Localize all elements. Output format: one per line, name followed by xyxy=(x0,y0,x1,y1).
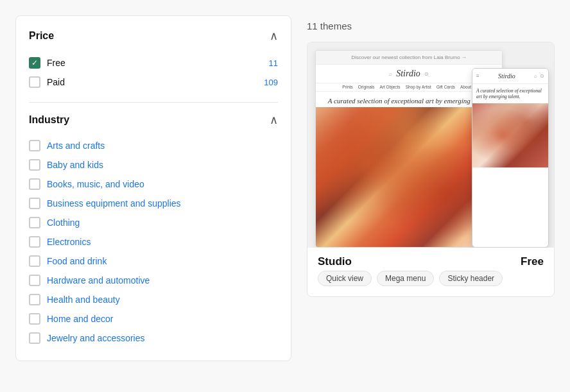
theme-preview: Discover our newest collection from Laia… xyxy=(307,42,554,248)
mobile-art-image xyxy=(472,103,548,167)
sidebar: Price ∧ Free 11 Paid 109 xyxy=(15,15,291,377)
industry-item-label: Health and beauty xyxy=(47,294,120,305)
list-item[interactable]: Arts and crafts xyxy=(29,136,278,155)
theme-price: Free xyxy=(521,255,544,268)
industry-item-label: Jewelry and accessories xyxy=(47,333,145,343)
tag-sticky-header: Sticky header xyxy=(439,271,503,286)
price-options: Free 11 Paid 109 xyxy=(29,53,278,92)
mobile-logo: Stirdio xyxy=(482,72,531,80)
cart-icon: ⊙ xyxy=(424,71,429,77)
price-filter-header[interactable]: Price ∧ xyxy=(29,29,278,43)
industry-item-label: Books, music, and video xyxy=(47,179,144,189)
industry-item-label: Arts and crafts xyxy=(47,141,105,151)
preview-bar: Discover our newest collection from Laia… xyxy=(316,51,502,65)
electronics-checkbox[interactable] xyxy=(29,236,40,248)
list-item[interactable]: Jewelry and accessories xyxy=(29,328,278,348)
nav-link-prints: Prints xyxy=(342,85,353,90)
list-item[interactable]: Books, music, and video xyxy=(29,175,278,194)
mobile-search-icon: ⌕ xyxy=(534,73,537,79)
books-checkbox[interactable] xyxy=(29,178,40,190)
list-item[interactable]: Hardware and automotive xyxy=(29,271,278,290)
free-count: 11 xyxy=(269,58,278,68)
mobile-menu-icon: ≡ xyxy=(476,73,479,79)
nav-link-art: Art Objects xyxy=(379,85,400,90)
arts-crafts-checkbox[interactable] xyxy=(29,140,40,151)
home-decor-checkbox[interactable] xyxy=(29,313,40,325)
tag-quick-view: Quick view xyxy=(318,271,372,286)
nav-link-originals: Originals xyxy=(358,85,375,90)
industry-item-label: Home and decor xyxy=(47,314,114,324)
baby-kids-checkbox[interactable] xyxy=(29,159,40,171)
industry-chevron-icon: ∧ xyxy=(270,113,278,127)
business-checkbox[interactable] xyxy=(29,198,40,209)
mobile-headline: A curated selection of exceptional art b… xyxy=(472,84,548,103)
price-chevron-icon: ∧ xyxy=(270,29,278,43)
industry-item-label: Electronics xyxy=(47,237,91,247)
section-divider xyxy=(29,102,278,103)
theme-card: Discover our newest collection from Laia… xyxy=(307,42,555,297)
list-item[interactable]: Clothing xyxy=(29,213,278,232)
theme-tags: Quick view Mega menu Sticky header xyxy=(307,271,554,286)
list-item[interactable]: Business equipment and supplies xyxy=(29,194,278,213)
industry-item-label: Hardware and automotive xyxy=(47,275,150,285)
preview-bar-text: Discover our newest collection from Laia… xyxy=(351,55,467,60)
industry-list: Arts and crafts Baby and kids Books, mus… xyxy=(29,136,278,348)
paid-checkbox[interactable] xyxy=(29,76,40,88)
free-checkbox[interactable] xyxy=(29,57,40,69)
theme-info: Studio Free xyxy=(307,248,554,271)
preview-logo: Stirdio xyxy=(396,69,420,79)
industry-item-label: Food and drink xyxy=(47,256,107,266)
list-item[interactable]: Food and drink xyxy=(29,251,278,271)
clothing-checkbox[interactable] xyxy=(29,217,40,228)
health-checkbox[interactable] xyxy=(29,294,40,305)
mobile-preview: ≡ Stirdio ⌕ ⊙ A curated selection of exc… xyxy=(472,68,549,248)
main-content: 11 themes Discover our newest collection… xyxy=(307,15,555,377)
industry-item-label: Baby and kids xyxy=(47,160,103,170)
tag-mega-menu: Mega menu xyxy=(377,271,434,286)
price-filter-title: Price xyxy=(29,30,54,42)
industry-item-label: Clothing xyxy=(47,217,80,228)
paid-label: Paid xyxy=(47,77,65,87)
industry-section: Industry ∧ Arts and crafts Baby and kids… xyxy=(29,113,278,348)
list-item[interactable]: Baby and kids xyxy=(29,155,278,175)
paid-count: 109 xyxy=(264,78,278,87)
price-free-row: Free 11 xyxy=(29,53,278,72)
list-item[interactable]: Home and decor xyxy=(29,309,278,328)
mobile-cart-icon: ⊙ xyxy=(540,73,544,79)
list-item[interactable]: Electronics xyxy=(29,232,278,251)
price-paid-row: Paid 109 xyxy=(29,72,278,92)
industry-item-label: Business equipment and supplies xyxy=(47,198,181,209)
industry-filter-title: Industry xyxy=(29,114,69,126)
theme-name: Studio xyxy=(318,255,352,268)
nav-link-gift: Gift Cards xyxy=(436,85,455,90)
list-item[interactable]: Health and beauty xyxy=(29,290,278,309)
free-label: Free xyxy=(47,58,65,68)
filter-section: Price ∧ Free 11 Paid 109 xyxy=(15,15,291,361)
food-drink-checkbox[interactable] xyxy=(29,255,40,267)
nav-link-shop: Shop by Artist xyxy=(406,85,431,90)
page-container: Price ∧ Free 11 Paid 109 xyxy=(0,0,570,392)
themes-count: 11 themes xyxy=(307,15,555,31)
industry-filter-header[interactable]: Industry ∧ xyxy=(29,113,278,127)
hardware-checkbox[interactable] xyxy=(29,275,40,286)
mobile-bar: ≡ Stirdio ⌕ ⊙ xyxy=(472,69,548,84)
search-icon: ⌕ xyxy=(389,71,392,77)
jewelry-checkbox[interactable] xyxy=(29,332,40,344)
